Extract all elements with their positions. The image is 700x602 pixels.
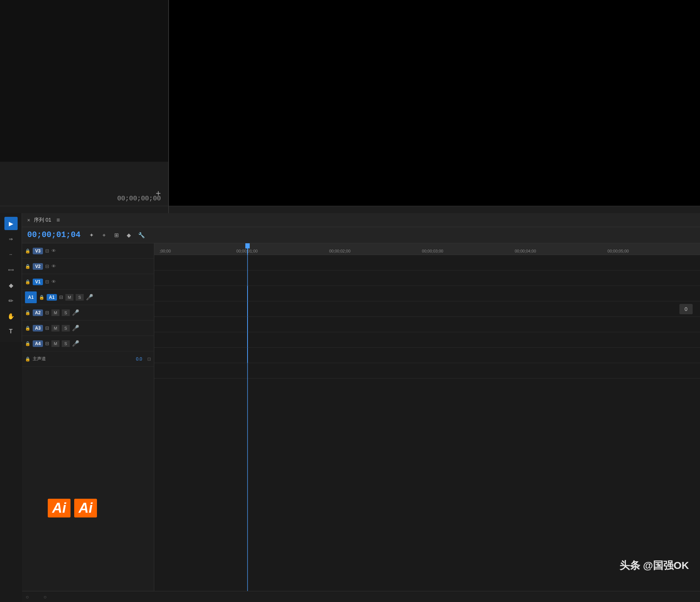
track-badge-v2: V2 <box>33 263 43 270</box>
rolling-edit-tool-button[interactable]: ⟺ <box>4 263 18 276</box>
hand-tool-button[interactable]: ✋ <box>4 309 18 323</box>
active-track-a1: A1 <box>25 291 37 303</box>
sequence-title: 序列 01 <box>34 217 51 223</box>
track-label-a3: 🔒 A3 ⊟ M S 🎤 <box>22 320 154 336</box>
lock-icon-v3[interactable]: 🔒 <box>25 248 30 254</box>
timeline-current-time[interactable]: 00;00;01;04 <box>27 230 80 240</box>
timeline-header: × 序列 01 ≡ <box>22 213 700 227</box>
ruler-mark-0: ;00;00 <box>159 249 171 253</box>
lock-icon-master: 🔒 <box>25 356 30 362</box>
track-label-a1: A1 🔒 A1 ⊟ M S 🎤 <box>22 290 154 305</box>
settings-tool-button[interactable]: 🔧 <box>136 230 147 240</box>
track-label-v3: 🔒 V3 ⊟ 👁 <box>22 243 154 259</box>
solo-button-a3[interactable]: S <box>62 325 70 332</box>
selection-tool-button[interactable]: ▶ <box>4 217 18 230</box>
mute-button-a3[interactable]: M <box>51 325 59 332</box>
playhead-v1 <box>247 286 248 301</box>
mic-icon-a4[interactable]: 🎤 <box>72 340 79 347</box>
ruler-mark-4: 00;00;04;00 <box>515 249 536 253</box>
razor-tool-button[interactable]: ✏ <box>4 294 18 307</box>
track-area-a2[interactable] <box>154 317 700 332</box>
snap-tool-button[interactable]: ✦ <box>86 230 97 240</box>
playhead-a1 <box>247 301 248 316</box>
lock-icon-a1[interactable]: 🔒 <box>39 295 44 300</box>
type-tool-button[interactable]: T <box>4 325 18 338</box>
lock-icon-v1[interactable]: 🔒 <box>25 279 30 284</box>
sync-icon-v3[interactable]: ⊟ <box>45 248 49 254</box>
eye-icon-v3[interactable]: 👁 <box>51 248 56 254</box>
right-preview-screen <box>169 0 700 206</box>
add-media-button[interactable]: + <box>156 188 161 198</box>
eye-icon-v2[interactable]: 👁 <box>51 264 56 269</box>
lock-icon-a2[interactable]: 🔒 <box>25 310 30 315</box>
sync-icon-a1[interactable]: ⊟ <box>59 294 63 300</box>
mic-icon-a2[interactable]: 🎤 <box>72 309 79 316</box>
track-area-a1[interactable]: 0 <box>154 301 700 317</box>
lock-icon-v2[interactable]: 🔒 <box>25 264 30 269</box>
track-select-tool-button[interactable]: ⇒ <box>4 232 18 246</box>
sync-icon-v1[interactable]: ⊟ <box>45 279 49 284</box>
ai-logo-1: Ai <box>48 499 71 517</box>
add-edit-button[interactable]: ⊞ <box>111 230 122 240</box>
mic-icon-a1[interactable]: 🎤 <box>86 294 93 301</box>
track-area-v1[interactable] <box>154 286 700 301</box>
track-badge-a4: A4 <box>33 340 43 347</box>
track-label-v2: 🔒 V2 ⊟ 👁 <box>22 259 154 274</box>
mute-button-a4[interactable]: M <box>51 340 59 347</box>
ripple-edit-tool-button[interactable]: ↔ <box>4 248 18 261</box>
ruler-mark-3: 00;00;03;00 <box>422 249 443 253</box>
timeline-content: 🔒 V3 ⊟ 👁 🔒 V2 ⊟ 👁 🔒 V1 ⊟ 👁 <box>22 243 700 591</box>
track-area-master[interactable] <box>154 363 700 379</box>
solo-button-a2[interactable]: S <box>62 309 70 316</box>
master-track-label: 主声道 <box>33 356 46 362</box>
timeline-close-button[interactable]: × <box>27 217 30 223</box>
mute-button-a1[interactable]: M <box>65 294 73 301</box>
zoom-out-icon[interactable]: ○ <box>26 594 29 600</box>
master-track-icon[interactable]: ⊡ <box>147 356 151 362</box>
watermark: 头条 @国强OK <box>620 559 689 573</box>
ruler-mark-2: 00;00;02;00 <box>329 249 350 253</box>
playhead-a4 <box>247 348 248 363</box>
sync-icon-a4[interactable]: ⊟ <box>45 341 49 346</box>
top-area: 00;00;00;00 + <box>0 0 700 206</box>
rate-stretch-tool-button[interactable]: ◆ <box>4 279 18 292</box>
lock-icon-a3[interactable]: 🔒 <box>25 326 30 331</box>
solo-button-a1[interactable]: S <box>76 294 84 301</box>
playhead-a2 <box>247 317 248 332</box>
solo-button-a4[interactable]: S <box>62 340 70 347</box>
timeline-ruler[interactable]: ;00;00 00;00;01;00 00;00;02;00 00;00;03;… <box>154 243 700 255</box>
timeline-menu-icon[interactable]: ≡ <box>57 217 60 223</box>
track-area-v2[interactable] <box>154 270 700 286</box>
linked-selection-button[interactable]: ⌖ <box>99 230 109 240</box>
mute-button-a2[interactable]: M <box>51 309 59 316</box>
bottom-controls: ○ ○ <box>22 591 700 602</box>
track-badge-a1: A1 <box>47 294 57 301</box>
ai-logo-2: Ai <box>74 499 97 517</box>
track-area-v3[interactable] <box>154 255 700 270</box>
track-number-badge-a1: 0 <box>679 304 693 314</box>
left-timecode: 00;00;00;00 <box>117 195 161 202</box>
ai-logos-area: Ai Ai <box>48 499 97 517</box>
track-label-a4: 🔒 A4 ⊟ M S 🎤 <box>22 336 154 351</box>
track-area-a4[interactable] <box>154 348 700 363</box>
playhead-a3 <box>247 332 248 347</box>
timeline-panel: × 序列 01 ≡ 00;00;01;04 ✦ ⌖ ⊞ ◆ 🔧 🔒 V3 <box>22 213 700 602</box>
track-labels: 🔒 V3 ⊟ 👁 🔒 V2 ⊟ 👁 🔒 V1 ⊟ 👁 <box>22 243 154 591</box>
master-track-value[interactable]: 0.0 <box>136 356 142 362</box>
lock-icon-a4[interactable]: 🔒 <box>25 341 30 346</box>
playhead-indicator <box>247 243 248 255</box>
track-area-a3[interactable] <box>154 332 700 348</box>
right-preview-panel <box>169 0 700 206</box>
track-label-a2: 🔒 A2 ⊟ M S 🎤 <box>22 305 154 320</box>
sync-icon-a2[interactable]: ⊟ <box>45 310 49 315</box>
sync-icon-a3[interactable]: ⊟ <box>45 325 49 331</box>
vertical-toolbar: ▶ ⇒ ↔ ⟺ ◆ ✏ ✋ T <box>0 213 22 342</box>
clip-marker-button[interactable]: ◆ <box>124 230 134 240</box>
track-badge-a3: A3 <box>33 325 43 332</box>
timeline-tracks-area: ;00;00 00;00;01;00 00;00;02;00 00;00;03;… <box>154 243 700 591</box>
left-preview-screen <box>0 0 168 162</box>
eye-icon-v1[interactable]: 👁 <box>51 279 56 284</box>
sync-icon-v2[interactable]: ⊟ <box>45 264 49 269</box>
zoom-in-icon[interactable]: ○ <box>43 594 46 600</box>
mic-icon-a3[interactable]: 🎤 <box>72 325 79 332</box>
